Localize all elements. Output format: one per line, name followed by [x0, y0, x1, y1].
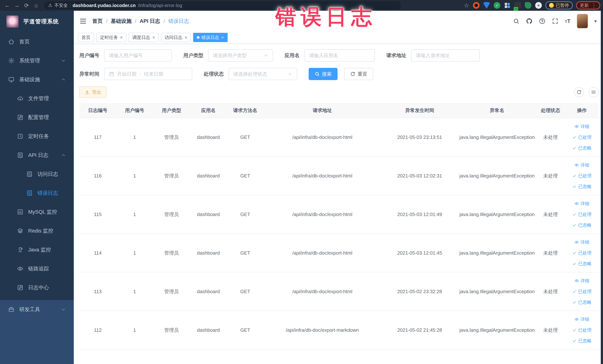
cell: dashboard	[190, 156, 227, 195]
search-icon[interactable]	[513, 18, 520, 24]
address-bar[interactable]: ⚠ 不安全 dashboard.yudao.iocoder.cn /infra/…	[44, 1, 401, 10]
eye-small-icon	[574, 201, 579, 206]
sidebar-item-12[interactable]: 链路追踪	[0, 259, 74, 278]
tab-3[interactable]: 访问日志×	[161, 33, 191, 42]
refresh-icon	[350, 71, 355, 77]
reset-button[interactable]: 重置	[344, 68, 373, 80]
user-type-select[interactable]: 请选择用户类型	[208, 49, 273, 61]
action-0[interactable]: 详细	[574, 201, 589, 207]
search-button[interactable]: 搜索	[309, 68, 337, 80]
fullscreen-icon[interactable]	[552, 18, 558, 24]
range-separator: -	[139, 71, 141, 77]
process-status-select[interactable]: 请选择处理状态	[229, 68, 297, 80]
avatar[interactable]	[577, 14, 588, 28]
close-icon[interactable]: ×	[221, 35, 224, 40]
action-2[interactable]: 已忽略	[572, 299, 591, 305]
reload-icon[interactable]: ⟳	[22, 1, 31, 10]
action-2[interactable]: 已忽略	[572, 338, 591, 344]
extension-orange-icon[interactable]	[473, 2, 480, 9]
sidebar-logo-row[interactable]: 芋道管理系统	[0, 11, 74, 32]
action-1[interactable]: 已处理	[572, 134, 591, 140]
cell: /api/infra/db-doc/export-html	[264, 195, 381, 234]
sidebar-item-2[interactable]: 基础设施	[0, 70, 74, 89]
action-label: 已处理	[578, 173, 591, 179]
extension-switch-icon[interactable]: on	[514, 2, 521, 9]
extension-shield-icon[interactable]	[483, 2, 490, 9]
sidebar-item-6[interactable]: API 日志	[0, 146, 74, 165]
extension-puzzle-icon[interactable]: ★	[535, 2, 542, 9]
hamburger-menu-icon[interactable]	[80, 19, 86, 23]
sidebar-item-8[interactable]: 错误日志	[0, 184, 74, 202]
action-label: 详细	[580, 316, 589, 322]
font-size-icon[interactable]: TT	[565, 18, 570, 24]
export-button[interactable]: 导出	[79, 86, 106, 98]
action-2[interactable]: 已忽略	[572, 222, 591, 228]
close-icon[interactable]: ×	[185, 35, 187, 40]
sidebar-item-7[interactable]: 访问日志	[0, 165, 74, 184]
column-settings-button[interactable]	[589, 87, 599, 97]
user-type-label: 用户类型	[183, 52, 203, 59]
refresh-table-button[interactable]	[574, 87, 584, 97]
action-0[interactable]: 详细	[574, 162, 589, 168]
sidebar-item-3[interactable]: 文件管理	[0, 89, 74, 108]
sidebar-item-4[interactable]: 配置管理	[0, 108, 74, 127]
date-range-picker[interactable]: 开始日期 - 结束日期	[104, 68, 192, 80]
sidebar-item-label: Java 监控	[28, 246, 51, 253]
action-2[interactable]: 已忽略	[572, 261, 591, 267]
help-icon[interactable]	[539, 18, 545, 24]
sidebar-item-5[interactable]: 定时任务	[0, 127, 74, 146]
breadcrumb-item-infra[interactable]: 基础设施	[111, 18, 132, 25]
sidebar-item-0[interactable]: 首页	[0, 32, 74, 51]
action-1[interactable]: 已处理	[572, 250, 591, 256]
action-1[interactable]: 已处理	[572, 289, 591, 294]
chevron-down-icon[interactable]: ▾	[594, 18, 597, 24]
action-1[interactable]: 已处理	[572, 211, 591, 217]
cell: 1	[116, 118, 153, 156]
sidebar-item-14[interactable]: 研发工具	[0, 300, 74, 319]
update-browser-pill[interactable]: 更新 ⋮	[576, 1, 600, 9]
tab-1[interactable]: 定时任务×	[96, 33, 127, 42]
action-2[interactable]: 已忽略	[572, 184, 591, 189]
user-id-label: 用户编号	[79, 52, 99, 59]
tab-4[interactable]: 错误日志×	[193, 33, 228, 42]
cell: 1	[116, 272, 153, 311]
breadcrumb-item-home[interactable]: 首页	[92, 18, 103, 25]
action-1[interactable]: 已处理	[572, 173, 591, 179]
sidebar-item-10[interactable]: Redis 监控	[0, 221, 74, 240]
close-icon[interactable]: ×	[120, 35, 123, 40]
bookmark-star-icon[interactable]: ☆	[464, 2, 469, 9]
user-id-input[interactable]: 请输入用户编号	[104, 49, 172, 61]
breadcrumb-item-api-log[interactable]: API 日志	[140, 18, 160, 25]
extension-check-icon[interactable]: ✓	[494, 2, 500, 9]
action-2[interactable]: 已忽略	[572, 145, 591, 151]
tab-0[interactable]: 首页	[78, 33, 94, 42]
action-1[interactable]: 已处理	[572, 327, 591, 333]
app-name-input[interactable]: 请输入应用名	[304, 49, 375, 61]
extension-leaf-icon[interactable]	[525, 2, 532, 9]
github-icon[interactable]	[526, 18, 533, 24]
breadcrumb-item-error-log: 错误日志	[168, 18, 189, 25]
action-0[interactable]: 详细	[574, 239, 589, 245]
action-0[interactable]: 详细	[574, 316, 589, 322]
tab-2[interactable]: 调度日志×	[129, 33, 159, 42]
home-icon[interactable]: ⌂	[32, 1, 40, 10]
sidebar-item-13[interactable]: 日志中心	[0, 278, 74, 297]
browser-scrollbar[interactable]	[601, 11, 603, 364]
request-url-input[interactable]: 请输入请求地址	[411, 49, 480, 61]
action-0[interactable]: 详细	[574, 278, 589, 284]
back-icon[interactable]: ←	[3, 1, 12, 10]
action-0[interactable]: 详细	[574, 124, 589, 129]
extension-grid-icon[interactable]	[504, 2, 511, 9]
cell: 未处理	[536, 311, 565, 349]
forward-icon[interactable]: →	[13, 1, 21, 10]
browser-menu-dots-icon[interactable]: ⋮	[591, 2, 596, 9]
check-icon	[572, 251, 577, 255]
paused-extension-pill[interactable]: 已暂停	[545, 1, 573, 9]
sidebar-item-1[interactable]: 系统管理	[0, 51, 74, 70]
close-icon[interactable]: ×	[152, 35, 155, 40]
sidebar-item-9[interactable]: MySQL 监控	[0, 202, 74, 221]
sidebar-item-11[interactable]: Java 监控	[0, 240, 74, 259]
page-content: 用户编号 请输入用户编号 用户类型 请选择用户类型 应用名 请输入应用名 请求地…	[74, 44, 603, 364]
table-header-row: 日志编号用户编号用户类型应用名请求方法名请求地址异常发生时间异常名处理状态操作	[79, 103, 599, 118]
check-icon	[572, 289, 577, 294]
